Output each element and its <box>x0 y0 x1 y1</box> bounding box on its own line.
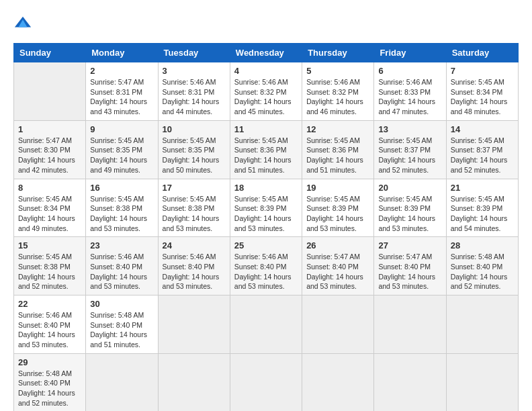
calendar-cell <box>446 295 518 354</box>
calendar-cell: 2Sunrise: 5:47 AM Sunset: 8:31 PM Daylig… <box>86 62 158 121</box>
day-info: Sunrise: 5:45 AM Sunset: 8:39 PM Dayligh… <box>234 194 298 234</box>
calendar-cell: 6Sunrise: 5:46 AM Sunset: 8:33 PM Daylig… <box>374 62 446 121</box>
day-number: 23 <box>90 240 153 250</box>
page-header <box>13 13 519 32</box>
day-info: Sunrise: 5:45 AM Sunset: 8:39 PM Dayligh… <box>306 194 369 234</box>
calendar-cell <box>230 295 302 354</box>
calendar-cell: 7Sunrise: 5:45 AM Sunset: 8:34 PM Daylig… <box>446 62 518 121</box>
calendar-cell: 26Sunrise: 5:47 AM Sunset: 8:40 PM Dayli… <box>302 237 374 295</box>
calendar-table: SundayMondayTuesdayWednesdayThursdayFrid… <box>13 43 519 411</box>
calendar-cell: 19Sunrise: 5:45 AM Sunset: 8:39 PM Dayli… <box>302 179 374 237</box>
day-number: 25 <box>234 240 298 250</box>
day-number: 3 <box>163 66 226 76</box>
day-number: 11 <box>234 124 298 134</box>
day-info: Sunrise: 5:46 AM Sunset: 8:40 PM Dayligh… <box>163 252 226 291</box>
day-info: Sunrise: 5:46 AM Sunset: 8:31 PM Dayligh… <box>163 77 226 117</box>
calendar-cell: 23Sunrise: 5:46 AM Sunset: 8:40 PM Dayli… <box>86 237 158 295</box>
calendar-cell <box>302 353 374 411</box>
day-info: Sunrise: 5:48 AM Sunset: 8:40 PM Dayligh… <box>18 369 81 408</box>
day-info: Sunrise: 5:46 AM Sunset: 8:32 PM Dayligh… <box>234 77 298 117</box>
day-info: Sunrise: 5:45 AM Sunset: 8:36 PM Dayligh… <box>306 136 369 175</box>
day-info: Sunrise: 5:46 AM Sunset: 8:40 PM Dayligh… <box>234 252 298 291</box>
calendar-cell: 8Sunrise: 5:45 AM Sunset: 8:34 PM Daylig… <box>14 179 86 237</box>
day-number: 16 <box>90 183 153 193</box>
calendar-cell: 25Sunrise: 5:46 AM Sunset: 8:40 PM Dayli… <box>230 237 302 295</box>
calendar-week-3: 8Sunrise: 5:45 AM Sunset: 8:34 PM Daylig… <box>14 179 519 237</box>
day-info: Sunrise: 5:48 AM Sunset: 8:40 PM Dayligh… <box>451 252 514 291</box>
day-number: 9 <box>90 124 153 134</box>
calendar-cell: 10Sunrise: 5:45 AM Sunset: 8:35 PM Dayli… <box>158 120 230 179</box>
day-info: Sunrise: 5:45 AM Sunset: 8:37 PM Dayligh… <box>451 136 514 175</box>
day-number: 27 <box>378 240 441 250</box>
day-info: Sunrise: 5:47 AM Sunset: 8:40 PM Dayligh… <box>378 252 441 291</box>
calendar-cell: 20Sunrise: 5:45 AM Sunset: 8:39 PM Dayli… <box>374 179 446 237</box>
day-info: Sunrise: 5:45 AM Sunset: 8:38 PM Dayligh… <box>90 194 153 234</box>
calendar-cell: 16Sunrise: 5:45 AM Sunset: 8:38 PM Dayli… <box>86 179 158 237</box>
day-number: 10 <box>163 124 226 134</box>
calendar-week-5: 22Sunrise: 5:46 AM Sunset: 8:40 PM Dayli… <box>14 295 519 354</box>
calendar-header: SundayMondayTuesdayWednesdayThursdayFrid… <box>14 44 519 62</box>
header-cell-saturday: Saturday <box>446 44 518 62</box>
day-info: Sunrise: 5:47 AM Sunset: 8:40 PM Dayligh… <box>306 252 369 291</box>
day-number: 2 <box>90 66 153 76</box>
logo-icon <box>13 13 32 32</box>
calendar-cell: 18Sunrise: 5:45 AM Sunset: 8:39 PM Dayli… <box>230 179 302 237</box>
day-number: 24 <box>163 240 226 250</box>
day-number: 5 <box>306 66 369 76</box>
day-number: 26 <box>306 240 369 250</box>
calendar-cell: 17Sunrise: 5:45 AM Sunset: 8:38 PM Dayli… <box>158 179 230 237</box>
day-info: Sunrise: 5:45 AM Sunset: 8:39 PM Dayligh… <box>378 194 441 234</box>
calendar-cell <box>86 353 158 411</box>
day-number: 30 <box>90 299 153 309</box>
day-info: Sunrise: 5:45 AM Sunset: 8:35 PM Dayligh… <box>90 136 153 175</box>
calendar-cell <box>446 353 518 411</box>
day-number: 14 <box>451 124 514 134</box>
day-number: 18 <box>234 183 298 193</box>
calendar-cell <box>302 295 374 354</box>
header-cell-tuesday: Tuesday <box>158 44 230 62</box>
calendar-week-4: 15Sunrise: 5:45 AM Sunset: 8:38 PM Dayli… <box>14 237 519 295</box>
day-number: 22 <box>18 299 81 309</box>
day-number: 15 <box>18 240 81 250</box>
calendar-cell <box>374 295 446 354</box>
day-info: Sunrise: 5:45 AM Sunset: 8:39 PM Dayligh… <box>451 194 514 234</box>
day-info: Sunrise: 5:46 AM Sunset: 8:40 PM Dayligh… <box>90 252 153 291</box>
header-cell-wednesday: Wednesday <box>230 44 302 62</box>
day-info: Sunrise: 5:45 AM Sunset: 8:34 PM Dayligh… <box>451 77 514 117</box>
calendar-cell: 4Sunrise: 5:46 AM Sunset: 8:32 PM Daylig… <box>230 62 302 121</box>
header-cell-monday: Monday <box>86 44 158 62</box>
calendar-cell: 15Sunrise: 5:45 AM Sunset: 8:38 PM Dayli… <box>14 237 86 295</box>
day-number: 4 <box>234 66 298 76</box>
calendar-cell: 5Sunrise: 5:46 AM Sunset: 8:32 PM Daylig… <box>302 62 374 121</box>
day-info: Sunrise: 5:45 AM Sunset: 8:35 PM Dayligh… <box>163 136 226 175</box>
header-cell-thursday: Thursday <box>302 44 374 62</box>
calendar-cell: 3Sunrise: 5:46 AM Sunset: 8:31 PM Daylig… <box>158 62 230 121</box>
calendar-cell <box>374 353 446 411</box>
day-info: Sunrise: 5:45 AM Sunset: 8:36 PM Dayligh… <box>234 136 298 175</box>
day-info: Sunrise: 5:47 AM Sunset: 8:30 PM Dayligh… <box>18 136 81 175</box>
day-number: 21 <box>451 183 514 193</box>
day-info: Sunrise: 5:45 AM Sunset: 8:38 PM Dayligh… <box>18 252 81 291</box>
day-info: Sunrise: 5:48 AM Sunset: 8:40 PM Dayligh… <box>90 310 153 350</box>
day-number: 20 <box>378 183 441 193</box>
calendar-cell: 13Sunrise: 5:45 AM Sunset: 8:37 PM Dayli… <box>374 120 446 179</box>
calendar-week-1: 2Sunrise: 5:47 AM Sunset: 8:31 PM Daylig… <box>14 62 519 121</box>
day-number: 12 <box>306 124 369 134</box>
calendar-week-2: 1Sunrise: 5:47 AM Sunset: 8:30 PM Daylig… <box>14 120 519 179</box>
day-info: Sunrise: 5:45 AM Sunset: 8:34 PM Dayligh… <box>18 194 81 234</box>
day-number: 8 <box>18 183 81 193</box>
day-number: 29 <box>18 357 81 367</box>
calendar-cell: 9Sunrise: 5:45 AM Sunset: 8:35 PM Daylig… <box>86 120 158 179</box>
calendar-cell <box>14 62 86 121</box>
day-info: Sunrise: 5:46 AM Sunset: 8:32 PM Dayligh… <box>306 77 369 117</box>
day-info: Sunrise: 5:47 AM Sunset: 8:31 PM Dayligh… <box>90 77 153 117</box>
calendar-cell: 14Sunrise: 5:45 AM Sunset: 8:37 PM Dayli… <box>446 120 518 179</box>
calendar-cell: 12Sunrise: 5:45 AM Sunset: 8:36 PM Dayli… <box>302 120 374 179</box>
calendar-cell <box>158 353 230 411</box>
day-number: 13 <box>378 124 441 134</box>
day-number: 28 <box>451 240 514 250</box>
calendar-cell: 28Sunrise: 5:48 AM Sunset: 8:40 PM Dayli… <box>446 237 518 295</box>
calendar-cell: 27Sunrise: 5:47 AM Sunset: 8:40 PM Dayli… <box>374 237 446 295</box>
calendar-cell <box>230 353 302 411</box>
logo <box>13 13 35 32</box>
